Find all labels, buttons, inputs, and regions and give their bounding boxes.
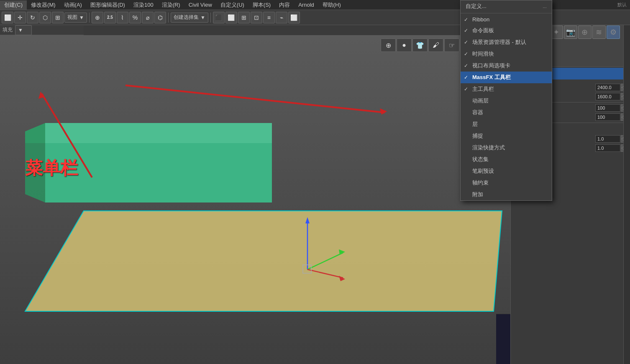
menu-custom[interactable]: 自定义(U) (216, 0, 248, 10)
scale-render-value[interactable]: 1.0 (595, 135, 620, 143)
vp-btn-shirt[interactable]: 👕 (412, 38, 428, 52)
sep1 (89, 13, 90, 23)
svg-marker-4 (25, 211, 502, 311)
fill-label: 填充 (3, 26, 13, 33)
ctx-main-toolbar[interactable]: ✓ 主工具栏 (461, 83, 552, 95)
ctx-sep1 (461, 13, 552, 13)
align-btn[interactable]: ⬜ (225, 12, 237, 23)
ctx-scene-explorer[interactable]: ✓ 场景资源管理器 - 默认 (461, 36, 552, 48)
menu-civil-view[interactable]: Civil View (184, 1, 216, 9)
ctx-render-shortcut[interactable]: 渲染快捷方式 (461, 142, 552, 154)
snap-toggle[interactable]: ⊕ (92, 12, 103, 23)
ctx-massfx[interactable]: ✓ MassFX 工具栏 (461, 72, 552, 83)
menu-right-placeholder: 默认 (617, 2, 630, 8)
panel-btn-helpers[interactable]: ⊕ (578, 26, 592, 39)
length-value[interactable]: 2400.0 (595, 84, 620, 91)
view-dropdown[interactable]: 视图 ▼ (64, 13, 87, 23)
mirror-btn[interactable]: ⬛ (213, 12, 225, 23)
curve-editor-btn[interactable]: ⌁ (276, 12, 287, 23)
layer-mgr-btn[interactable]: ≡ (263, 12, 275, 23)
sep2 (168, 13, 169, 23)
right-scrollbar[interactable] (623, 0, 630, 364)
scene-svg (0, 35, 510, 364)
annotation-label: 菜单栏 (25, 156, 78, 180)
panel-btn-spacewarps[interactable]: ≋ (592, 26, 606, 39)
vp-btn-camera[interactable]: ⊕ (381, 38, 396, 52)
ctx-time-slider[interactable]: ✓ 时间滑块 (461, 48, 552, 60)
schematic-btn[interactable]: ⬜ (288, 12, 300, 23)
scale-btn[interactable]: ⬡ (39, 12, 51, 23)
menu-animation[interactable]: 动画(A) (60, 0, 86, 10)
ctx-brush-preset[interactable]: 笔刷预设 (461, 165, 552, 177)
ctx-command-panel[interactable]: ✓ 命令面板 (461, 25, 552, 36)
svg-marker-1 (45, 143, 272, 203)
selection-set-dropdown[interactable]: 创建选择集 ▼ (171, 13, 208, 23)
menu-script[interactable]: 脚本(S) (248, 0, 275, 10)
menu-create[interactable]: 创建(C) (0, 0, 27, 10)
panel-btn-systems[interactable]: ⚙ (607, 26, 620, 39)
ctx-anim-layer[interactable]: 动画层 (461, 95, 552, 107)
ctx-append[interactable]: 附加 (461, 189, 552, 200)
grid-snap-btn[interactable]: ⊡ (251, 12, 262, 23)
ctx-container[interactable]: 容器 (461, 107, 552, 118)
menu-help[interactable]: 帮助(H) (318, 0, 345, 10)
edge-snap[interactable]: ⌇ (117, 12, 128, 23)
menu-content[interactable]: 内容 (275, 0, 294, 10)
menu-render[interactable]: 渲染(R) (158, 0, 184, 10)
ctx-ribbon[interactable]: ✓ Ribbon (461, 14, 552, 25)
sub-toolbar: 填充 ▼ (0, 25, 84, 35)
vp-btn-cursor[interactable]: ☞ (444, 38, 459, 52)
panel-btn-cameras[interactable]: 📷 (564, 26, 577, 39)
menu-render100[interactable]: 渲染100 (129, 0, 158, 10)
angle-snap[interactable]: % (129, 12, 141, 23)
spinner-snap[interactable]: ⌬ (154, 12, 166, 23)
ctx-status-set[interactable]: 状态集 (461, 154, 552, 165)
context-menu: 自定义... … ✓ Ribbon ✓ 命令面板 ✓ 场景资源管理器 - 默认 … (460, 0, 552, 201)
svg-marker-14 (380, 108, 387, 115)
menu-arnold[interactable]: Arnold (294, 1, 318, 9)
viewport: 菜单栏 ⊕ ● 👕 🖌 ☞ ⏮ ▶ ⏭ (0, 35, 510, 364)
menu-graph-editor[interactable]: 图形编辑器(D) (86, 0, 129, 10)
width-seg-value[interactable]: 100 (595, 113, 620, 121)
svg-marker-2 (25, 123, 45, 143)
length-seg-value[interactable]: 100 (595, 104, 620, 112)
move-btn[interactable]: ✛ (14, 12, 26, 23)
svg-line-13 (125, 85, 385, 113)
ctx-snap[interactable]: 捕捉 (461, 130, 552, 142)
ctx-customize[interactable]: 自定义... … (461, 0, 552, 12)
ctx-viewport-layout[interactable]: ✓ 视口布局选项卡 (461, 60, 552, 72)
ctx-axis-constraint[interactable]: 轴约束 (461, 177, 552, 189)
vp-btn-brush[interactable]: 🖌 (428, 38, 443, 52)
vp-btn-sphere[interactable]: ● (397, 38, 412, 52)
density-value[interactable]: 1.0 (595, 144, 620, 152)
menu-modifier[interactable]: 修改器(M) (27, 0, 60, 10)
percent-snap[interactable]: ⌀ (142, 12, 154, 23)
select-region-btn[interactable]: ⬜ (2, 12, 13, 23)
ctx-layer[interactable]: 层 (461, 118, 552, 130)
fill-dropdown[interactable]: ▼ (15, 25, 32, 35)
snap-2d[interactable]: 2.5 (104, 12, 116, 23)
sep3 (210, 13, 211, 23)
rotate-btn[interactable]: ↻ (27, 12, 38, 23)
svg-marker-0 (45, 123, 272, 143)
ref-coord-btn[interactable]: ⊞ (52, 12, 64, 23)
width-value[interactable]: 1600.0 (595, 93, 620, 100)
grid-btn[interactable]: ⊞ (238, 12, 250, 23)
